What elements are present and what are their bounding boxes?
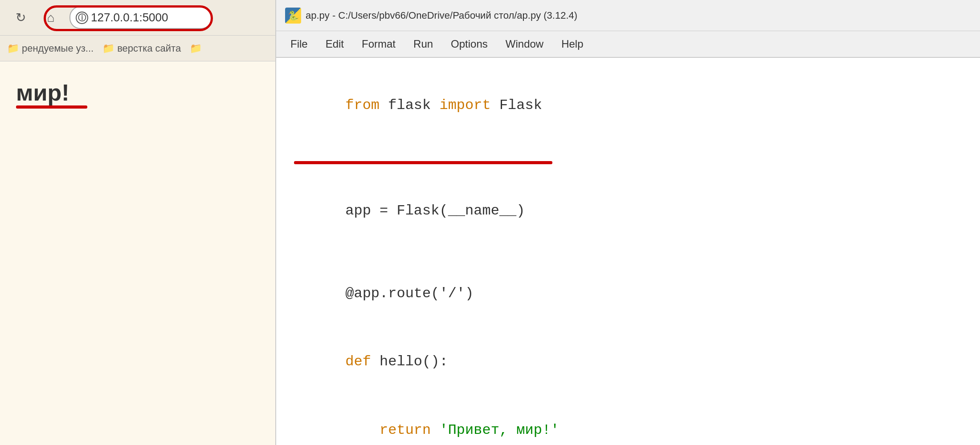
browser-panel: ↻ ⌂ ⓘ 127.0.0.1:5000 📁 рендуемые уз... 📁… [0,0,276,445]
kw-flask-class: Flask [491,97,542,113]
menu-help[interactable]: Help [554,34,590,54]
code-app-assign: app = Flask(__name__) [345,202,525,219]
kw-string: 'Привет, мир!' [431,422,559,438]
idle-menubar: File Edit Format Run Options Window Help [276,31,980,58]
code-line-3: @app.route('/') [294,259,962,328]
kw-hello: hello(): [371,353,448,370]
code-line-4: def hello(): [294,328,962,396]
browser-toolbar: ↻ ⌂ ⓘ 127.0.0.1:5000 [0,0,275,36]
code-route: @app.route('/') [345,285,474,302]
address-bar-wrapper: ⓘ 127.0.0.1:5000 [69,6,212,29]
python-icon: 🐍 [285,8,301,24]
menu-options[interactable]: Options [444,34,495,54]
address-text: 127.0.0.1:5000 [91,11,168,24]
bookmark-label-1: рендуемые уз... [22,43,94,54]
bookmark-label-2: верстка сайта [117,43,181,54]
menu-run[interactable]: Run [406,34,440,54]
menu-format[interactable]: Format [355,34,403,54]
red-underline-hello [16,105,87,109]
home-button[interactable]: ⌂ [39,6,62,29]
browser-content: мир! [0,61,275,445]
idle-code-area[interactable]: from flask import Flask app = Flask(__na… [276,58,980,445]
idle-panel: 🐍 ap.py - C:/Users/pbv66/OneDrive/Рабочи… [276,0,980,445]
page-hello-text: мир! [16,80,69,105]
menu-window[interactable]: Window [498,34,551,54]
idle-titlebar: 🐍 ap.py - C:/Users/pbv66/OneDrive/Рабочи… [276,0,980,31]
code-line-2: app = Flask(__name__) [294,177,962,245]
code-line-1: from flask import Flask [294,71,962,162]
bookmark-3[interactable]: 📁 [190,43,202,54]
address-bar[interactable]: 127.0.0.1:5000 [69,6,212,29]
code-line-5: return 'Привет, мир!' [294,396,962,445]
folder-icon-2: 📁 [102,43,114,54]
code-spacer-2 [294,245,962,259]
kw-return: return [345,422,431,438]
kw-import: import [439,97,490,113]
bookmarks-bar: 📁 рендуемые уз... 📁 верстка сайта 📁 [0,36,275,61]
kw-flask-name: flask [380,97,439,113]
bookmark-2[interactable]: 📁 верстка сайта [102,43,181,54]
folder-icon-3: 📁 [190,43,202,54]
kw-from: from [345,97,380,113]
menu-file[interactable]: File [283,34,315,54]
menu-edit[interactable]: Edit [318,34,351,54]
idle-title-text: ap.py - C:/Users/pbv66/OneDrive/Рабочий … [306,10,577,21]
reload-button[interactable]: ↻ [9,6,32,29]
red-underline-import [294,161,552,164]
folder-icon-1: 📁 [7,43,19,54]
info-icon: ⓘ [76,12,88,24]
kw-def: def [345,353,371,370]
bookmark-1[interactable]: 📁 рендуемые уз... [7,43,94,54]
code-spacer-1 [294,162,962,177]
